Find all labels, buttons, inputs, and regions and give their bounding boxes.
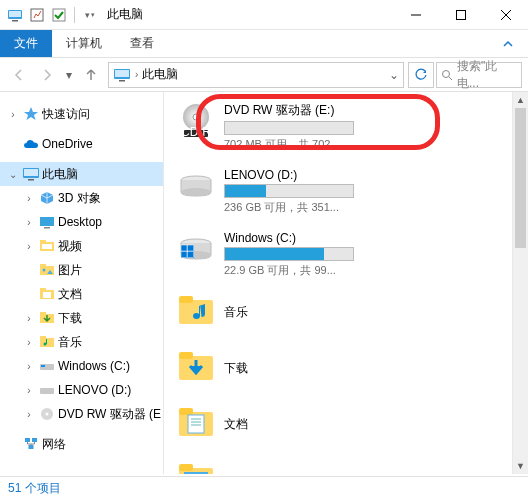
sidebar: › 快速访问 › OneDrive ⌄ 此电脑 ›3D 对象 ›Desktop …	[0, 92, 164, 474]
sidebar-item-label: 图片	[58, 262, 82, 279]
music-folder-icon	[178, 294, 214, 330]
svg-rect-29	[40, 312, 46, 315]
address-dropdown-icon[interactable]: ⌄	[389, 68, 399, 82]
svg-rect-27	[43, 292, 51, 298]
refresh-button[interactable]	[408, 62, 434, 88]
drive-usage-bar	[224, 184, 354, 198]
svg-rect-15	[24, 169, 38, 176]
ribbon-tab-view[interactable]: 查看	[116, 30, 168, 57]
qat-dropdown-icon[interactable]: ▾▾	[81, 6, 99, 24]
svg-rect-4	[53, 9, 65, 21]
svg-rect-6	[456, 11, 465, 20]
folder-label: 下载	[224, 360, 248, 377]
svg-rect-58	[179, 352, 193, 359]
drive-usage-bar	[224, 121, 354, 135]
maximize-button[interactable]	[438, 0, 483, 30]
folder-label: 文档	[224, 416, 248, 433]
svg-point-24	[43, 269, 46, 272]
svg-text:CD-R: CD-R	[181, 125, 211, 139]
pictures-icon	[38, 262, 56, 278]
drive-name: DVD RW 驱动器 (E:)	[224, 102, 524, 119]
navbar: ▾ › 此电脑 ⌄ 搜索"此电...	[0, 58, 528, 92]
svg-rect-67	[184, 472, 208, 474]
content-scrollbar[interactable]: ▲ ▼	[512, 92, 528, 474]
body: › 快速访问 › OneDrive ⌄ 此电脑 ›3D 对象 ›Desktop …	[0, 92, 528, 474]
ribbon: 文件 计算机 查看	[0, 30, 528, 58]
sidebar-this-pc[interactable]: ⌄ 此电脑	[0, 162, 163, 186]
nav-history-dropdown[interactable]: ▾	[62, 62, 76, 88]
nav-forward-button[interactable]	[34, 62, 60, 88]
ribbon-expand-button[interactable]	[488, 30, 528, 57]
properties-icon[interactable]	[28, 6, 46, 24]
search-box[interactable]: 搜索"此电...	[436, 62, 522, 88]
sidebar-item-3d[interactable]: ›3D 对象	[0, 186, 163, 210]
sidebar-item-drive-d[interactable]: ›LENOVO (D:)	[0, 378, 163, 402]
svg-point-38	[46, 413, 49, 416]
drive-icon	[38, 382, 56, 398]
sidebar-item-drive-c[interactable]: ›Windows (C:)	[0, 354, 163, 378]
hdd-icon	[178, 168, 214, 204]
content-pane: CD-R DVD RW 驱动器 (E:) 702 MB 可用，共 702... …	[164, 92, 528, 474]
drive-icon	[38, 358, 56, 374]
chevron-right-icon[interactable]: ›	[135, 69, 138, 80]
folder-item-music[interactable]: 音乐	[174, 290, 528, 334]
sidebar-item-label: 下载	[58, 310, 82, 327]
folder-label: 图片	[224, 472, 248, 475]
close-button[interactable]	[483, 0, 528, 30]
scroll-down-icon[interactable]: ▼	[513, 458, 528, 474]
documents-folder-icon	[178, 406, 214, 442]
sidebar-network[interactable]: ›网络	[0, 432, 163, 456]
sidebar-item-label: DVD RW 驱动器 (E	[58, 406, 161, 423]
sidebar-item-documents[interactable]: ›文档	[0, 282, 163, 306]
svg-rect-52	[188, 245, 194, 251]
chevron-down-icon[interactable]: ⌄	[6, 169, 20, 180]
cloud-icon	[22, 136, 40, 152]
sidebar-item-label: 快速访问	[42, 106, 90, 123]
svg-point-47	[181, 188, 211, 196]
svg-rect-23	[40, 264, 46, 267]
drive-item-dvd[interactable]: CD-R DVD RW 驱动器 (E:) 702 MB 可用，共 702...	[174, 98, 528, 156]
svg-rect-41	[29, 445, 34, 449]
svg-rect-61	[188, 415, 204, 433]
sidebar-item-dvd[interactable]: ›DVD RW 驱动器 (E	[0, 402, 163, 426]
network-icon	[22, 436, 40, 452]
window-title: 此电脑	[107, 6, 143, 23]
svg-point-12	[443, 70, 450, 77]
ribbon-tab-computer[interactable]: 计算机	[52, 30, 116, 57]
pc-icon	[22, 166, 40, 182]
folder-item-documents[interactable]: 文档	[174, 402, 528, 446]
sidebar-item-downloads[interactable]: ›下载	[0, 306, 163, 330]
svg-rect-56	[179, 296, 193, 303]
breadcrumb-text[interactable]: 此电脑	[142, 66, 178, 83]
sidebar-item-label: 此电脑	[42, 166, 78, 183]
drive-name: LENOVO (D:)	[224, 168, 524, 182]
svg-rect-33	[46, 339, 47, 344]
scroll-thumb[interactable]	[515, 108, 526, 248]
svg-rect-60	[179, 408, 193, 415]
sidebar-quick-access[interactable]: › 快速访问	[0, 102, 163, 126]
sidebar-item-desktop[interactable]: ›Desktop	[0, 210, 163, 234]
drive-item-c[interactable]: Windows (C:) 22.9 GB 可用，共 99...	[174, 227, 528, 282]
sidebar-item-music[interactable]: ›音乐	[0, 330, 163, 354]
sidebar-item-label: OneDrive	[42, 137, 93, 151]
search-placeholder: 搜索"此电...	[457, 58, 517, 92]
chevron-right-icon[interactable]: ›	[6, 109, 20, 120]
nav-back-button[interactable]	[6, 62, 32, 88]
svg-rect-66	[179, 464, 193, 471]
scroll-up-icon[interactable]: ▲	[513, 92, 528, 108]
svg-rect-54	[188, 252, 194, 258]
address-bar[interactable]: › 此电脑 ⌄	[108, 62, 404, 88]
sidebar-onedrive[interactable]: › OneDrive	[0, 132, 163, 156]
nav-up-button[interactable]	[78, 62, 104, 88]
qat-divider	[74, 7, 75, 23]
sidebar-item-videos[interactable]: ›视频	[0, 234, 163, 258]
folder-item-downloads[interactable]: 下载	[174, 346, 528, 390]
ribbon-file-tab[interactable]: 文件	[0, 30, 52, 57]
folder-item-pictures[interactable]: 图片	[174, 458, 528, 474]
drive-name: Windows (C:)	[224, 231, 524, 245]
drive-item-d[interactable]: LENOVO (D:) 236 GB 可用，共 351...	[174, 164, 528, 219]
sidebar-item-pictures[interactable]: ›图片	[0, 258, 163, 282]
quick-access-toolbar: ▾▾	[0, 6, 99, 24]
checkbox-icon[interactable]	[50, 6, 68, 24]
minimize-button[interactable]	[393, 0, 438, 30]
